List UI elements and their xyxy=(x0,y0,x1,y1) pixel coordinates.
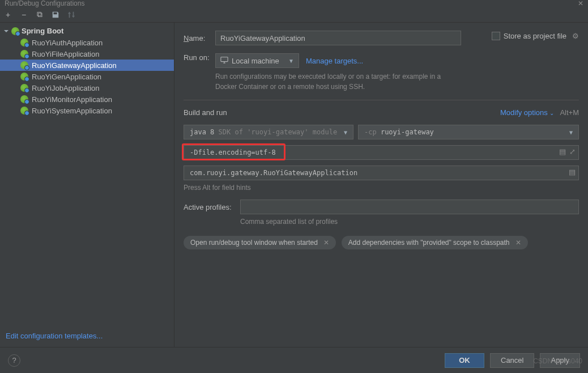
active-profiles-label: Active profiles: xyxy=(184,203,235,211)
vm-options-text: -Dfile.encoding=utf-8 xyxy=(190,149,276,156)
tree-item-label: RuoYiJobApplication xyxy=(32,84,99,92)
add-icon[interactable]: + xyxy=(3,10,12,19)
svg-rect-0 xyxy=(221,57,228,61)
classpath-dropdown[interactable]: -cp ruoyi-gateway ▼ xyxy=(358,125,579,139)
runon-hint: Run configurations may be executed local… xyxy=(215,71,442,92)
remove-icon[interactable]: − xyxy=(19,10,28,19)
ok-button[interactable]: OK xyxy=(445,353,484,368)
manage-targets-link[interactable]: Manage targets... xyxy=(306,57,363,65)
tree-item-label: RuoYiMonitorApplication xyxy=(32,95,112,104)
name-label: Name: xyxy=(184,34,215,43)
tree-item[interactable]: RuoYiGenApplication xyxy=(0,71,174,82)
edit-templates-link[interactable]: Edit configuration templates... xyxy=(6,332,103,340)
spring-boot-icon xyxy=(11,27,19,35)
chevron-down-icon: ▼ xyxy=(344,129,347,135)
tree-item[interactable]: RuoYiMonitorApplication xyxy=(0,94,174,105)
tree-item-label: RuoYiSystemApplication xyxy=(32,107,112,115)
cp-value: ruoyi-gateway xyxy=(381,128,434,136)
sdk-hint: SDK of 'ruoyi-gateway' module xyxy=(219,128,338,136)
content-panel: Store as project file ⚙ Name: Run on: Lo… xyxy=(174,23,588,347)
cancel-button[interactable]: Cancel xyxy=(490,353,534,368)
main-class-text: com.ruoyi.gateway.RuoYiGatewayApplicatio… xyxy=(190,169,357,177)
runon-dropdown[interactable]: Local machine ▼ xyxy=(215,53,299,68)
spring-boot-icon xyxy=(20,95,28,103)
copy-icon[interactable]: ⧉ xyxy=(35,10,44,19)
history-icon[interactable]: ▤ xyxy=(559,147,566,156)
chevron-down-icon: ▼ xyxy=(288,58,294,64)
name-input[interactable] xyxy=(215,31,461,45)
alt-hint: Press Alt for field hints xyxy=(184,184,579,192)
tree-item[interactable]: RuoYiFileApplication xyxy=(0,48,174,60)
close-icon[interactable]: ✕ xyxy=(323,239,329,247)
save-icon[interactable] xyxy=(51,10,60,19)
titlebar: Run/Debug Configurations ✕ xyxy=(0,0,588,7)
vm-options-input[interactable]: -Dfile.encoding=utf-8 xyxy=(184,145,579,160)
spring-boot-icon xyxy=(20,73,28,80)
modify-options-link[interactable]: Modify options ⌄ xyxy=(500,108,554,117)
runon-label: Run on: xyxy=(184,53,215,62)
apply-button[interactable]: Apply xyxy=(540,353,580,368)
tree-item[interactable]: RuoYiSystemApplication xyxy=(0,105,174,116)
comma-hint: Comma separated list of profiles xyxy=(240,218,579,226)
config-tree: Spring Boot RuoYiAuthApplication RuoYiFi… xyxy=(0,23,174,327)
tree-item[interactable]: RuoYiJobApplication xyxy=(0,82,174,94)
tree-item-label: RuoYiAuthApplication xyxy=(32,39,103,47)
cp-prefix: -cp xyxy=(364,128,377,136)
tree-item-label: RuoYiGenApplication xyxy=(32,73,101,81)
tree-item[interactable]: RuoYiGatewayApplication xyxy=(0,60,174,71)
gear-icon[interactable]: ⚙ xyxy=(572,32,579,40)
expand-icon[interactable]: ⤢ xyxy=(569,147,576,156)
chip-provided-scope[interactable]: Add dependencies with "provided" scope t… xyxy=(342,236,528,249)
tree-item-label: RuoYiFileApplication xyxy=(32,50,99,58)
tree-root-spring-boot[interactable]: Spring Boot xyxy=(0,25,174,37)
close-icon[interactable]: ✕ xyxy=(515,239,521,247)
chip-label: Open run/debug tool window when started xyxy=(190,239,318,247)
modify-shortcut: Alt+M xyxy=(560,108,579,117)
help-button[interactable]: ? xyxy=(8,354,20,367)
tree-item[interactable]: RuoYiAuthApplication xyxy=(0,37,174,48)
active-profiles-input[interactable] xyxy=(240,200,579,214)
spring-boot-icon xyxy=(20,39,28,46)
sort-icon xyxy=(67,10,76,19)
spring-boot-icon xyxy=(20,107,28,115)
build-run-title: Build and run xyxy=(184,108,227,117)
sidebar: Spring Boot RuoYiAuthApplication RuoYiFi… xyxy=(0,23,174,347)
footer: ? OK Cancel Apply xyxy=(0,347,588,373)
history-icon[interactable]: ▤ xyxy=(569,168,576,176)
chevron-down-icon: ▼ xyxy=(569,129,573,135)
store-label: Store as project file xyxy=(504,32,566,40)
tree-item-label: RuoYiGatewayApplication xyxy=(32,61,117,70)
toolbar: + − ⧉ xyxy=(0,7,588,23)
chevron-down-icon xyxy=(3,28,9,34)
monitor-icon xyxy=(220,56,228,66)
store-as-project-file-checkbox[interactable] xyxy=(492,32,500,40)
spring-boot-icon xyxy=(20,50,28,58)
runon-value: Local machine xyxy=(232,57,279,65)
sdk-dropdown[interactable]: java 8 SDK of 'ruoyi-gateway' module ▼ xyxy=(184,125,353,139)
spring-boot-icon xyxy=(20,61,28,69)
chip-open-tool-window[interactable]: Open run/debug tool window when started … xyxy=(184,236,336,249)
tree-root-label: Spring Boot xyxy=(22,27,63,35)
main-class-input[interactable]: com.ruoyi.gateway.RuoYiGatewayApplicatio… xyxy=(184,166,579,180)
sdk-value: java 8 xyxy=(190,128,214,136)
chip-label: Add dependencies with "provided" scope t… xyxy=(348,239,510,247)
spring-boot-icon xyxy=(20,84,28,92)
